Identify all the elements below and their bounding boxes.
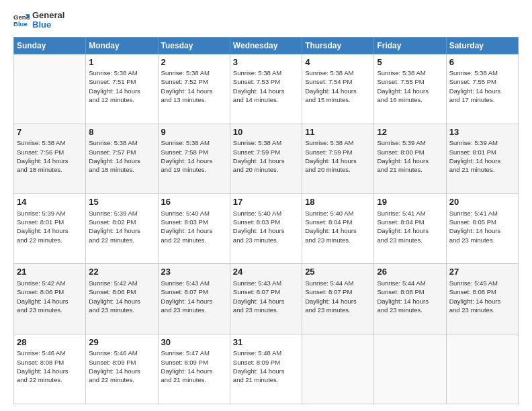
logo: General Blue General Blue (13, 11, 64, 30)
day-info: Sunrise: 5:46 AM Sunset: 8:09 PM Dayligh… (89, 349, 154, 384)
day-number: 10 (233, 126, 299, 138)
day-info: Sunrise: 5:39 AM Sunset: 8:01 PM Dayligh… (17, 209, 83, 244)
day-info: Sunrise: 5:44 AM Sunset: 8:08 PM Dayligh… (377, 279, 443, 314)
day-info: Sunrise: 5:38 AM Sunset: 7:52 PM Dayligh… (161, 68, 227, 104)
calendar-cell: 18Sunrise: 5:40 AM Sunset: 8:04 PM Dayli… (302, 194, 374, 264)
day-number: 22 (89, 266, 154, 278)
weekday-header-tuesday: Tuesday (158, 37, 230, 54)
day-info: Sunrise: 5:44 AM Sunset: 8:07 PM Dayligh… (305, 279, 371, 314)
calendar-cell: 4Sunrise: 5:38 AM Sunset: 7:54 PM Daylig… (302, 54, 374, 124)
weekday-header-wednesday: Wednesday (230, 37, 302, 54)
day-number: 18 (305, 196, 371, 208)
calendar-week-row-1: 1Sunrise: 5:38 AM Sunset: 7:51 PM Daylig… (14, 54, 519, 124)
day-info: Sunrise: 5:45 AM Sunset: 8:08 PM Dayligh… (449, 279, 515, 314)
calendar-cell: 29Sunrise: 5:46 AM Sunset: 8:09 PM Dayli… (86, 334, 158, 404)
day-info: Sunrise: 5:38 AM Sunset: 7:59 PM Dayligh… (233, 138, 299, 174)
day-number: 24 (233, 266, 299, 278)
svg-text:Blue: Blue (13, 20, 28, 28)
day-number: 11 (305, 126, 371, 138)
day-number: 29 (89, 336, 154, 349)
day-number: 7 (17, 126, 83, 138)
calendar-cell: 21Sunrise: 5:42 AM Sunset: 8:06 PM Dayli… (14, 264, 86, 334)
day-info: Sunrise: 5:40 AM Sunset: 8:03 PM Dayligh… (161, 209, 227, 244)
day-info: Sunrise: 5:38 AM Sunset: 7:54 PM Dayligh… (305, 68, 371, 104)
day-info: Sunrise: 5:39 AM Sunset: 8:00 PM Dayligh… (377, 138, 443, 174)
day-info: Sunrise: 5:38 AM Sunset: 7:55 PM Dayligh… (449, 68, 515, 104)
calendar-cell: 11Sunrise: 5:38 AM Sunset: 7:59 PM Dayli… (302, 124, 374, 193)
calendar-cell: 25Sunrise: 5:44 AM Sunset: 8:07 PM Dayli… (302, 264, 374, 334)
day-number: 17 (233, 196, 299, 208)
calendar-cell: 1Sunrise: 5:38 AM Sunset: 7:51 PM Daylig… (86, 54, 158, 124)
day-number: 27 (449, 266, 515, 278)
header: General Blue General Blue (13, 11, 519, 30)
day-info: Sunrise: 5:43 AM Sunset: 8:07 PM Dayligh… (161, 279, 227, 314)
day-number: 19 (377, 196, 443, 208)
day-info: Sunrise: 5:38 AM Sunset: 7:58 PM Dayligh… (161, 138, 227, 174)
weekday-header-sunday: Sunday (14, 37, 86, 54)
calendar-cell: 15Sunrise: 5:39 AM Sunset: 8:02 PM Dayli… (86, 194, 158, 264)
logo-general: General (32, 11, 64, 20)
day-info: Sunrise: 5:38 AM Sunset: 7:53 PM Dayligh… (233, 68, 299, 104)
calendar-cell: 13Sunrise: 5:39 AM Sunset: 8:01 PM Dayli… (446, 124, 518, 193)
day-info: Sunrise: 5:38 AM Sunset: 7:57 PM Dayligh… (89, 138, 154, 174)
logo-icon: General Blue (13, 12, 30, 28)
day-number: 1 (89, 56, 154, 68)
calendar-cell: 20Sunrise: 5:41 AM Sunset: 8:05 PM Dayli… (446, 194, 518, 264)
calendar-cell: 19Sunrise: 5:41 AM Sunset: 8:04 PM Dayli… (374, 194, 446, 264)
day-number: 5 (377, 56, 443, 68)
calendar-cell: 24Sunrise: 5:43 AM Sunset: 8:07 PM Dayli… (230, 264, 302, 334)
calendar-cell: 17Sunrise: 5:40 AM Sunset: 8:03 PM Dayli… (230, 194, 302, 264)
day-number: 16 (161, 196, 227, 208)
day-number: 13 (449, 126, 515, 138)
calendar-cell: 5Sunrise: 5:38 AM Sunset: 7:55 PM Daylig… (374, 54, 446, 124)
calendar-cell: 8Sunrise: 5:38 AM Sunset: 7:57 PM Daylig… (86, 124, 158, 193)
calendar-cell: 26Sunrise: 5:44 AM Sunset: 8:08 PM Dayli… (374, 264, 446, 334)
day-info: Sunrise: 5:38 AM Sunset: 7:51 PM Dayligh… (89, 68, 154, 104)
day-info: Sunrise: 5:40 AM Sunset: 8:03 PM Dayligh… (233, 209, 299, 244)
day-number: 8 (89, 126, 154, 138)
day-info: Sunrise: 5:39 AM Sunset: 8:02 PM Dayligh… (89, 209, 154, 244)
day-info: Sunrise: 5:47 AM Sunset: 8:09 PM Dayligh… (161, 349, 227, 384)
calendar-cell (302, 334, 374, 404)
weekday-header-saturday: Saturday (446, 37, 518, 54)
calendar-week-row-2: 7Sunrise: 5:38 AM Sunset: 7:56 PM Daylig… (14, 124, 519, 193)
day-info: Sunrise: 5:38 AM Sunset: 7:55 PM Dayligh… (377, 68, 443, 104)
day-number: 2 (161, 56, 227, 68)
calendar-cell: 6Sunrise: 5:38 AM Sunset: 7:55 PM Daylig… (446, 54, 518, 124)
day-number: 6 (449, 56, 515, 68)
calendar-cell: 10Sunrise: 5:38 AM Sunset: 7:59 PM Dayli… (230, 124, 302, 193)
calendar-cell (14, 54, 86, 124)
day-info: Sunrise: 5:41 AM Sunset: 8:04 PM Dayligh… (377, 209, 443, 244)
calendar-cell: 23Sunrise: 5:43 AM Sunset: 8:07 PM Dayli… (158, 264, 230, 334)
calendar-cell: 16Sunrise: 5:40 AM Sunset: 8:03 PM Dayli… (158, 194, 230, 264)
calendar-week-row-5: 28Sunrise: 5:46 AM Sunset: 8:08 PM Dayli… (14, 334, 519, 404)
calendar-cell: 31Sunrise: 5:48 AM Sunset: 8:09 PM Dayli… (230, 334, 302, 404)
day-number: 3 (233, 56, 299, 68)
calendar-cell: 30Sunrise: 5:47 AM Sunset: 8:09 PM Dayli… (158, 334, 230, 404)
day-number: 14 (17, 196, 83, 208)
day-info: Sunrise: 5:42 AM Sunset: 8:06 PM Dayligh… (89, 279, 154, 314)
day-info: Sunrise: 5:38 AM Sunset: 7:59 PM Dayligh… (305, 138, 371, 174)
calendar-week-row-4: 21Sunrise: 5:42 AM Sunset: 8:06 PM Dayli… (14, 264, 519, 334)
calendar-cell (446, 334, 518, 404)
calendar-table: SundayMondayTuesdayWednesdayThursdayFrid… (13, 37, 519, 404)
logo-blue: Blue (32, 20, 64, 30)
calendar-cell: 2Sunrise: 5:38 AM Sunset: 7:52 PM Daylig… (158, 54, 230, 124)
day-number: 30 (161, 336, 227, 349)
weekday-header-row: SundayMondayTuesdayWednesdayThursdayFrid… (14, 37, 519, 54)
day-info: Sunrise: 5:40 AM Sunset: 8:04 PM Dayligh… (305, 209, 371, 244)
calendar-week-row-3: 14Sunrise: 5:39 AM Sunset: 8:01 PM Dayli… (14, 194, 519, 264)
day-number: 4 (305, 56, 371, 68)
calendar-cell (374, 334, 446, 404)
calendar-cell: 27Sunrise: 5:45 AM Sunset: 8:08 PM Dayli… (446, 264, 518, 334)
day-number: 26 (377, 266, 443, 278)
calendar-cell: 3Sunrise: 5:38 AM Sunset: 7:53 PM Daylig… (230, 54, 302, 124)
day-number: 25 (305, 266, 371, 278)
calendar-cell: 7Sunrise: 5:38 AM Sunset: 7:56 PM Daylig… (14, 124, 86, 193)
weekday-header-monday: Monday (86, 37, 158, 54)
calendar-cell: 22Sunrise: 5:42 AM Sunset: 8:06 PM Dayli… (86, 264, 158, 334)
calendar-cell: 12Sunrise: 5:39 AM Sunset: 8:00 PM Dayli… (374, 124, 446, 193)
day-number: 15 (89, 196, 154, 208)
calendar-cell: 9Sunrise: 5:38 AM Sunset: 7:58 PM Daylig… (158, 124, 230, 193)
calendar-cell: 14Sunrise: 5:39 AM Sunset: 8:01 PM Dayli… (14, 194, 86, 264)
